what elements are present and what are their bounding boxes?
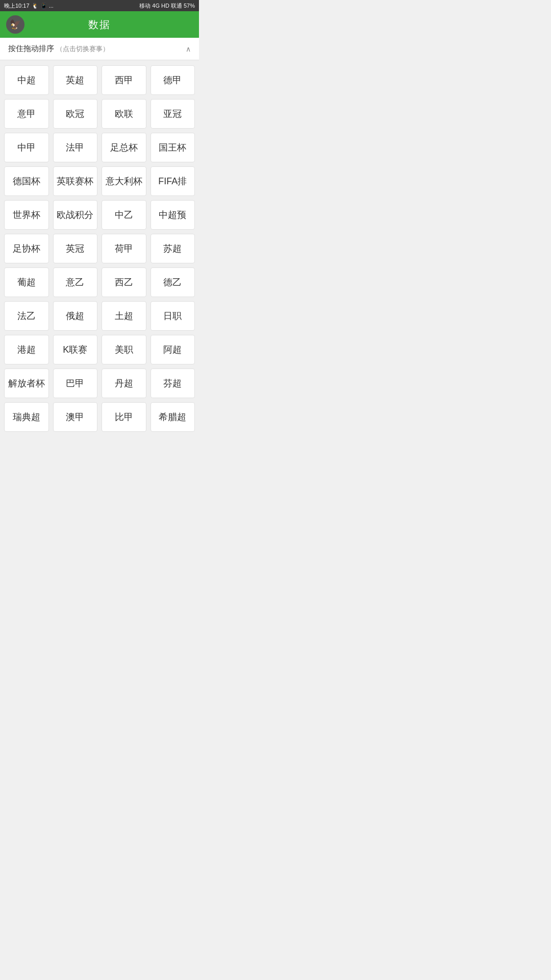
league-item-17[interactable]: 欧战积分 bbox=[53, 200, 98, 230]
league-item-22[interactable]: 荷甲 bbox=[102, 234, 146, 263]
league-item-9[interactable]: 法甲 bbox=[53, 133, 98, 162]
league-item-14[interactable]: 意大利杯 bbox=[102, 166, 146, 196]
status-icons: 🐧 📱 ... bbox=[32, 3, 54, 9]
league-item-1[interactable]: 英超 bbox=[53, 65, 98, 95]
league-item-28[interactable]: 法乙 bbox=[4, 301, 49, 331]
league-item-27[interactable]: 德乙 bbox=[151, 267, 195, 297]
league-item-15[interactable]: FIFA排 bbox=[151, 166, 195, 196]
league-item-18[interactable]: 中乙 bbox=[102, 200, 146, 230]
league-item-16[interactable]: 世界杯 bbox=[4, 200, 49, 230]
status-time: 晚上10:17 🐧 📱 ... bbox=[4, 2, 54, 10]
league-grid: 中超英超西甲德甲意甲欧冠欧联亚冠中甲法甲足总杯国王杯德国杯英联赛杯意大利杯FIF… bbox=[0, 60, 199, 437]
league-item-26[interactable]: 西乙 bbox=[102, 267, 146, 297]
time-display: 晚上10:17 bbox=[4, 2, 30, 10]
league-item-37[interactable]: 巴甲 bbox=[53, 369, 98, 398]
league-item-23[interactable]: 苏超 bbox=[151, 234, 195, 263]
league-item-19[interactable]: 中超预 bbox=[151, 200, 195, 230]
collapse-icon[interactable]: ∧ bbox=[186, 45, 191, 53]
sort-bar-label: 按住拖动排序 （点击切换赛事） bbox=[8, 44, 109, 54]
league-item-13[interactable]: 英联赛杯 bbox=[53, 166, 98, 196]
league-item-30[interactable]: 土超 bbox=[102, 301, 146, 331]
league-item-34[interactable]: 美职 bbox=[102, 335, 146, 364]
league-item-4[interactable]: 意甲 bbox=[4, 99, 49, 129]
status-bar: 晚上10:17 🐧 📱 ... 移动 4G HD 联通 57% bbox=[0, 0, 199, 11]
battery-info: 57% bbox=[184, 3, 195, 9]
header: 🦅 数据 bbox=[0, 11, 199, 38]
league-item-29[interactable]: 俄超 bbox=[53, 301, 98, 331]
page-title: 数据 bbox=[88, 18, 111, 32]
league-item-42[interactable]: 比甲 bbox=[102, 402, 146, 432]
league-item-12[interactable]: 德国杯 bbox=[4, 166, 49, 196]
league-item-43[interactable]: 希腊超 bbox=[151, 402, 195, 432]
league-item-3[interactable]: 德甲 bbox=[151, 65, 195, 95]
network-info: 移动 4G HD bbox=[139, 2, 169, 10]
league-item-0[interactable]: 中超 bbox=[4, 65, 49, 95]
league-item-38[interactable]: 丹超 bbox=[102, 369, 146, 398]
carrier-info: 联通 bbox=[171, 2, 182, 10]
league-item-11[interactable]: 国王杯 bbox=[151, 133, 195, 162]
league-item-25[interactable]: 意乙 bbox=[53, 267, 98, 297]
league-item-31[interactable]: 日职 bbox=[151, 301, 195, 331]
league-item-32[interactable]: 港超 bbox=[4, 335, 49, 364]
sort-sub-text: （点击切换赛事） bbox=[56, 44, 109, 53]
league-item-7[interactable]: 亚冠 bbox=[151, 99, 195, 129]
avatar[interactable]: 🦅 bbox=[6, 15, 24, 34]
sort-main-text: 按住拖动排序 bbox=[8, 44, 54, 53]
league-item-20[interactable]: 足协杯 bbox=[4, 234, 49, 263]
league-item-41[interactable]: 澳甲 bbox=[53, 402, 98, 432]
status-right: 移动 4G HD 联通 57% bbox=[139, 2, 195, 10]
league-item-24[interactable]: 葡超 bbox=[4, 267, 49, 297]
league-item-33[interactable]: K联赛 bbox=[53, 335, 98, 364]
league-item-40[interactable]: 瑞典超 bbox=[4, 402, 49, 432]
sort-bar[interactable]: 按住拖动排序 （点击切换赛事） ∧ bbox=[0, 38, 199, 60]
league-item-2[interactable]: 西甲 bbox=[102, 65, 146, 95]
league-item-39[interactable]: 芬超 bbox=[151, 369, 195, 398]
league-item-35[interactable]: 阿超 bbox=[151, 335, 195, 364]
league-item-10[interactable]: 足总杯 bbox=[102, 133, 146, 162]
league-item-5[interactable]: 欧冠 bbox=[53, 99, 98, 129]
league-item-6[interactable]: 欧联 bbox=[102, 99, 146, 129]
league-item-8[interactable]: 中甲 bbox=[4, 133, 49, 162]
league-item-21[interactable]: 英冠 bbox=[53, 234, 98, 263]
league-item-36[interactable]: 解放者杯 bbox=[4, 369, 49, 398]
